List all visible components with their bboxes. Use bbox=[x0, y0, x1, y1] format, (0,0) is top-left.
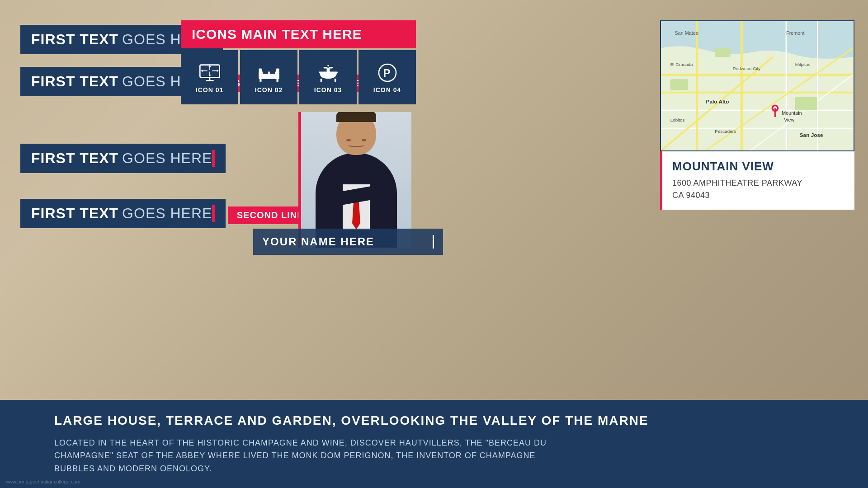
text-block-1-first: FIRST TEXT bbox=[31, 31, 118, 48]
svg-rect-20 bbox=[320, 79, 321, 82]
bottom-description: LOCATED IN THE HEART OF THE HISTORIC CHA… bbox=[54, 436, 597, 475]
svg-rect-15 bbox=[263, 70, 268, 74]
text-block-3: FIRST TEXT GOES HERE bbox=[20, 144, 226, 173]
svg-text:San Jose: San Jose bbox=[800, 132, 823, 138]
svg-rect-24 bbox=[329, 67, 333, 68]
svg-rect-23 bbox=[323, 67, 327, 68]
bottom-bar: LARGE HOUSE, TERRACE AND GARDEN, OVERLOO… bbox=[0, 400, 868, 488]
svg-rect-16 bbox=[269, 70, 275, 74]
svg-text:P: P bbox=[383, 67, 390, 79]
svg-text:Mountain: Mountain bbox=[782, 110, 802, 116]
icon-box-2: ICON 02 bbox=[240, 50, 297, 104]
cursor bbox=[433, 235, 434, 249]
watermark: www.heritagechristiancollege.com bbox=[5, 479, 80, 484]
name-bar: YOUR NAME HERE bbox=[253, 229, 443, 255]
svg-rect-42 bbox=[715, 48, 731, 57]
svg-rect-14 bbox=[276, 68, 279, 79]
svg-text:Lobitos: Lobitos bbox=[670, 117, 685, 122]
icon-box-3: ICON 03 bbox=[299, 50, 357, 104]
address-city: MOUNTAIN VIEW bbox=[672, 160, 844, 174]
text-block-2-first: FIRST TEXT bbox=[31, 73, 118, 90]
icon-2-label: ICON 02 bbox=[255, 86, 283, 94]
svg-point-25 bbox=[327, 65, 329, 66]
svg-text:Pescadero: Pescadero bbox=[715, 129, 736, 134]
map-container: San Mateo Fremont El Granada Milpitas Pa… bbox=[660, 20, 854, 151]
svg-text:Redwood City: Redwood City bbox=[733, 66, 760, 71]
map-section: San Mateo Fremont El Granada Milpitas Pa… bbox=[660, 20, 854, 210]
icon-4-label: ICON 04 bbox=[373, 86, 401, 94]
svg-text:Milpitas: Milpitas bbox=[795, 62, 810, 67]
address-street: 1600 AMPHITHEATRE PARKWAY CA 94043 bbox=[672, 177, 844, 202]
text-block-3-rest: GOES HERE bbox=[122, 150, 212, 167]
svg-rect-22 bbox=[326, 68, 330, 72]
svg-text:San Mateo: San Mateo bbox=[675, 30, 698, 36]
map-background: San Mateo Fremont El Granada Milpitas Pa… bbox=[661, 21, 854, 150]
svg-text:El Granada: El Granada bbox=[670, 62, 693, 67]
icon-box-4: P ICON 04 bbox=[359, 50, 416, 104]
icon-box-1: ICON 01 bbox=[181, 50, 238, 104]
icon-1-label: ICON 01 bbox=[196, 86, 223, 94]
photo-section: YOUR NAME HERE bbox=[298, 112, 411, 248]
text-block-4-rest: GOES HERE bbox=[122, 205, 212, 222]
text-block-3-first: FIRST TEXT bbox=[31, 150, 118, 167]
svg-marker-6 bbox=[217, 70, 218, 72]
photo-frame bbox=[298, 112, 411, 248]
icon-3-label: ICON 03 bbox=[314, 86, 342, 94]
svg-rect-21 bbox=[334, 79, 335, 82]
svg-text:Palo Alto: Palo Alto bbox=[706, 99, 729, 105]
svg-text:Fremont: Fremont bbox=[786, 30, 804, 36]
text-block-4-first: FIRST TEXT bbox=[31, 205, 118, 222]
resize-icon bbox=[198, 63, 222, 83]
bottom-title: LARGE HOUSE, TERRACE AND GARDEN, OVERLOO… bbox=[54, 413, 823, 429]
parking-icon: P bbox=[376, 63, 399, 83]
bed-icon bbox=[257, 63, 281, 83]
icons-row: ICON 01 ICON 02 bbox=[181, 50, 416, 104]
address-box: MOUNTAIN VIEW 1600 AMPHITHEATRE PARKWAY … bbox=[660, 151, 854, 210]
svg-rect-18 bbox=[276, 79, 278, 82]
svg-rect-41 bbox=[795, 97, 817, 111]
map-svg: San Mateo Fremont El Granada Milpitas Pa… bbox=[661, 21, 854, 150]
icons-section: ICONS MAIN TEXT HERE bbox=[181, 20, 416, 104]
svg-rect-40 bbox=[670, 79, 688, 90]
svg-rect-17 bbox=[259, 79, 261, 82]
name-text: YOUR NAME HERE bbox=[262, 235, 374, 248]
bath-icon bbox=[316, 63, 340, 83]
icons-main-text-bar: ICONS MAIN TEXT HERE bbox=[181, 20, 416, 48]
svg-marker-5 bbox=[201, 70, 203, 72]
icons-main-text-label: ICONS MAIN TEXT HERE bbox=[192, 27, 362, 42]
svg-marker-10 bbox=[208, 75, 211, 76]
svg-rect-13 bbox=[259, 68, 262, 79]
svg-text:View: View bbox=[784, 117, 794, 122]
